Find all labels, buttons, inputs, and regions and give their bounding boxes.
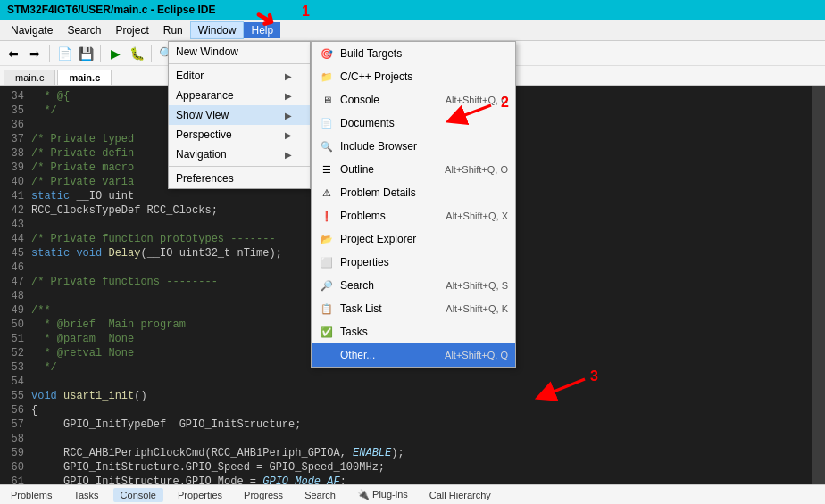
toolbar-back[interactable]: ⬅ [4, 44, 23, 63]
status-bar: Problems Tasks Console Properties Progre… [0, 484, 825, 504]
dd-sep-1 [169, 63, 310, 64]
dd-editor-arrow: ▶ [285, 71, 292, 81]
sv-include-browser[interactable]: 🔍 Include Browser [312, 135, 515, 158]
sv-tasks[interactable]: ✅ Tasks [312, 320, 515, 343]
dd-show-view[interactable]: Show View ▶ [169, 105, 310, 125]
dd-editor-label: Editor [176, 70, 204, 82]
sv-task-list-icon: 📋 [319, 301, 335, 317]
status-tab-properties[interactable]: Properties [171, 488, 229, 502]
sv-console-icon: 🖥 [319, 92, 335, 108]
sv-problems[interactable]: ❗ Problems Alt+Shift+Q, X [312, 204, 515, 227]
dd-editor[interactable]: Editor ▶ [169, 66, 310, 86]
sv-search-icon: 🔎 [319, 277, 335, 293]
sv-outline-label: Outline [340, 163, 445, 176]
sv-cpp-projects[interactable]: 📁 C/C++ Projects [312, 65, 515, 88]
toolbar-run[interactable]: ▶ [105, 44, 125, 63]
sv-properties-icon: ⬜ [319, 254, 335, 270]
sv-build-targets-label: Build Targets [340, 47, 508, 60]
sv-other-shortcut: Alt+Shift+Q, Q [445, 350, 508, 360]
dd-new-window[interactable]: New Window [169, 42, 310, 62]
dd-navigation-label: Navigation [176, 148, 227, 161]
toolbar-fwd[interactable]: ➡ [25, 44, 45, 63]
sv-other-label: Other... [340, 349, 445, 361]
sv-other[interactable]: Other... Alt+Shift+Q, Q [312, 343, 515, 367]
sv-outline-shortcut: Alt+Shift+Q, O [445, 164, 508, 175]
sv-problem-details[interactable]: ⚠ Problem Details [312, 181, 515, 204]
sv-console-shortcut: Alt+Shift+Q, C [446, 95, 508, 105]
sv-tasks-label: Tasks [340, 326, 508, 338]
dd-new-window-label: New Window [176, 45, 238, 58]
sv-documents-icon: 📄 [319, 115, 335, 131]
sv-console[interactable]: 🖥 Console Alt+Shift+Q, C [312, 88, 515, 112]
sv-problem-details-icon: ⚠ [319, 185, 335, 201]
dd-show-view-arrow: ▶ [285, 111, 292, 120]
toolbar-new[interactable]: 📄 [54, 44, 74, 63]
sv-task-list-label: Task List [340, 302, 446, 315]
sv-properties-label: Properties [340, 256, 508, 269]
menu-search[interactable]: Search [60, 22, 108, 38]
status-tab-search[interactable]: Search [297, 488, 343, 502]
sv-search-shortcut: Alt+Shift+Q, S [446, 280, 508, 291]
sv-cpp-projects-label: C/C++ Projects [340, 70, 508, 83]
sv-problems-label: Problems [340, 210, 446, 222]
dd-perspective-arrow: ▶ [285, 130, 292, 140]
sv-search-label: Search [340, 279, 446, 292]
sv-outline-icon: ☰ [319, 161, 335, 178]
menu-navigate[interactable]: Navigate [4, 22, 60, 38]
sv-build-targets-icon: 🎯 [319, 45, 335, 62]
title-text: STM32F4IGT6/USER/main.c - Eclipse IDE [7, 4, 215, 16]
dd-show-view-label: Show View [176, 109, 229, 121]
sv-task-list[interactable]: 📋 Task List Alt+Shift+Q, K [312, 297, 515, 320]
tab-main-c-1[interactable]: main.c [4, 70, 55, 85]
dd-appearance-arrow: ▶ [285, 91, 292, 101]
show-view-submenu: 🎯 Build Targets 📁 C/C++ Projects 🖥 Conso… [311, 41, 516, 368]
dd-preferences[interactable]: Preferences [169, 169, 310, 188]
vertical-scrollbar[interactable] [812, 86, 825, 484]
sv-problems-shortcut: Alt+Shift+Q, X [446, 211, 508, 221]
sv-problems-icon: ❗ [319, 208, 335, 224]
dd-appearance[interactable]: Appearance ▶ [169, 86, 310, 105]
tab-main-c-2[interactable]: main.c [57, 70, 112, 85]
menu-window[interactable]: Window [190, 21, 245, 39]
sv-search[interactable]: 🔎 Search Alt+Shift+Q, S [312, 274, 515, 297]
sv-include-browser-icon: 🔍 [319, 138, 335, 154]
status-tab-console[interactable]: Console [113, 488, 163, 502]
menu-bar: Navigate Search Project Run Window Help [0, 20, 825, 41]
dd-sep-2 [169, 166, 310, 167]
menu-run[interactable]: Run [156, 22, 190, 38]
toolbar-debug[interactable]: 🐛 [127, 44, 146, 63]
sv-task-list-shortcut: Alt+Shift+Q, K [446, 303, 508, 314]
status-tab-problems[interactable]: Problems [4, 488, 59, 502]
menu-help[interactable]: Help [244, 22, 280, 38]
title-bar: STM32F4IGT6/USER/main.c - Eclipse IDE [0, 0, 825, 20]
toolbar-save[interactable]: 💾 [76, 44, 96, 63]
sv-include-browser-label: Include Browser [340, 140, 508, 153]
sv-project-explorer-label: Project Explorer [340, 233, 508, 245]
sv-project-explorer[interactable]: 📂 Project Explorer [312, 227, 515, 251]
menu-project[interactable]: Project [108, 22, 155, 38]
sv-problem-details-label: Problem Details [340, 186, 508, 199]
status-tab-call-hierarchy[interactable]: Call Hierarchy [422, 488, 498, 502]
status-tab-plugins[interactable]: 🔌 Plug-ins [350, 487, 415, 502]
status-tab-progress[interactable]: Progress [237, 488, 290, 502]
dd-perspective-label: Perspective [176, 128, 232, 141]
sv-project-explorer-icon: 📂 [319, 231, 335, 247]
dd-preferences-label: Preferences [176, 172, 234, 185]
dd-navigation-arrow: ▶ [285, 150, 292, 160]
dd-perspective[interactable]: Perspective ▶ [169, 125, 310, 145]
sv-tasks-icon: ✅ [319, 324, 335, 340]
window-menu-dropdown: New Window Editor ▶ Appearance ▶ Show Vi… [168, 41, 311, 189]
sv-console-label: Console [340, 94, 446, 106]
dd-navigation[interactable]: Navigation ▶ [169, 145, 310, 164]
sv-cpp-projects-icon: 📁 [319, 69, 335, 85]
sv-outline[interactable]: ☰ Outline Alt+Shift+Q, O [312, 158, 515, 181]
sv-documents[interactable]: 📄 Documents [312, 112, 515, 135]
dd-appearance-label: Appearance [176, 89, 234, 102]
sv-other-icon [319, 347, 335, 363]
sv-documents-label: Documents [340, 117, 508, 129]
sv-build-targets[interactable]: 🎯 Build Targets [312, 42, 515, 65]
status-tab-tasks[interactable]: Tasks [66, 488, 105, 502]
sv-properties[interactable]: ⬜ Properties [312, 251, 515, 274]
